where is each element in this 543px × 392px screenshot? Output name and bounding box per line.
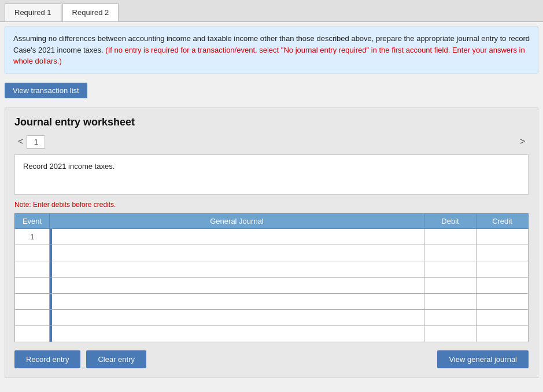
tab-required-2[interactable]: Required 2 [62, 3, 119, 21]
debit-cell[interactable] [424, 261, 476, 277]
general-journal-cell[interactable] [50, 309, 424, 326]
debit-input[interactable] [424, 245, 476, 261]
bottom-buttons: Record entry Clear entry View general jo… [14, 350, 529, 368]
credit-input[interactable] [476, 229, 528, 245]
debit-input[interactable] [424, 261, 476, 277]
debit-cell[interactable] [424, 228, 476, 245]
general-journal-input[interactable] [50, 229, 424, 245]
credit-input[interactable] [476, 278, 528, 293]
general-journal-input[interactable] [50, 294, 424, 309]
credit-input[interactable] [476, 310, 528, 326]
event-cell [15, 293, 50, 309]
description-text: Record 2021 income taxes. [23, 162, 114, 171]
view-general-journal-button[interactable]: View general journal [437, 350, 529, 368]
note-text: Note: Enter debits before credits. [14, 201, 529, 209]
general-journal-cell[interactable] [50, 228, 424, 245]
credit-cell[interactable] [476, 326, 529, 342]
col-header-gj: General Journal [50, 213, 424, 228]
debit-input[interactable] [424, 229, 476, 245]
debit-cell[interactable] [424, 293, 476, 309]
credit-cell[interactable] [476, 228, 529, 245]
general-journal-input[interactable] [50, 326, 424, 342]
nav-row: < 1 > [14, 135, 529, 149]
tabs-bar: Required 1 Required 2 [0, 0, 543, 22]
debit-cell[interactable] [424, 277, 476, 293]
table-row [15, 293, 529, 309]
table-row [15, 245, 529, 261]
credit-cell[interactable] [476, 261, 529, 277]
debit-cell[interactable] [424, 245, 476, 261]
page-number: 1 [27, 135, 45, 149]
event-cell [15, 309, 50, 326]
debit-input[interactable] [424, 326, 476, 342]
description-box: Record 2021 income taxes. [14, 154, 529, 195]
prev-page-arrow[interactable]: < [14, 135, 27, 148]
credit-input[interactable] [476, 294, 528, 309]
page-wrapper: Required 1 Required 2 Assuming no differ… [0, 0, 543, 392]
credit-input[interactable] [476, 261, 528, 277]
clear-entry-button[interactable]: Clear entry [86, 350, 146, 368]
next-page-arrow[interactable]: > [516, 135, 529, 148]
table-row [15, 261, 529, 277]
debit-cell[interactable] [424, 326, 476, 342]
view-transaction-list-button[interactable]: View transaction list [5, 83, 87, 98]
general-journal-input[interactable] [50, 278, 424, 293]
debit-input[interactable] [424, 294, 476, 309]
general-journal-cell[interactable] [50, 245, 424, 261]
credit-input[interactable] [476, 245, 528, 261]
credit-cell[interactable] [476, 277, 529, 293]
table-row: 1 [15, 228, 529, 245]
event-cell: 1 [15, 228, 50, 245]
event-cell [15, 261, 50, 277]
general-journal-cell[interactable] [50, 261, 424, 277]
credit-input[interactable] [476, 326, 528, 342]
general-journal-input[interactable] [50, 261, 424, 277]
debit-input[interactable] [424, 278, 476, 293]
credit-cell[interactable] [476, 293, 529, 309]
worksheet-title: Journal entry worksheet [14, 116, 529, 128]
col-header-credit: Credit [476, 213, 529, 228]
general-journal-input[interactable] [50, 310, 424, 326]
debit-input[interactable] [424, 310, 476, 326]
general-journal-cell[interactable] [50, 277, 424, 293]
col-header-event: Event [15, 213, 50, 228]
col-header-debit: Debit [424, 213, 476, 228]
table-row [15, 326, 529, 342]
event-cell [15, 277, 50, 293]
table-row [15, 309, 529, 326]
instruction-box: Assuming no differences between accounti… [5, 27, 538, 73]
general-journal-cell[interactable] [50, 293, 424, 309]
credit-cell[interactable] [476, 245, 529, 261]
event-cell [15, 326, 50, 342]
credit-cell[interactable] [476, 309, 529, 326]
journal-table: Event General Journal Debit Credit 1 [14, 213, 529, 342]
debit-cell[interactable] [424, 309, 476, 326]
worksheet-card: Journal entry worksheet < 1 > Record 202… [5, 108, 538, 378]
general-journal-cell[interactable] [50, 326, 424, 342]
event-cell [15, 245, 50, 261]
tab-required-1[interactable]: Required 1 [5, 3, 61, 21]
general-journal-input[interactable] [50, 245, 424, 261]
record-entry-button[interactable]: Record entry [14, 350, 80, 368]
table-row [15, 277, 529, 293]
